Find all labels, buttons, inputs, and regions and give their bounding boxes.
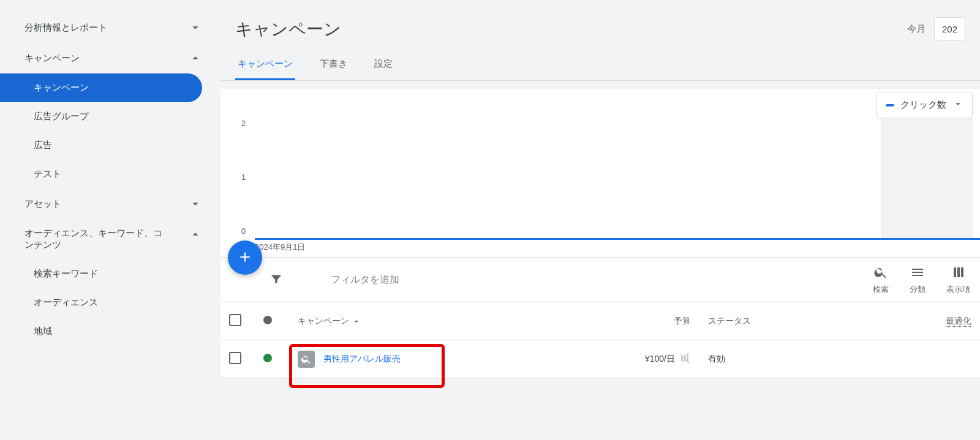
row-status-cell: 有効 xyxy=(699,346,883,372)
table-row: 男性用アパレル販売 ¥100/日 有効 xyxy=(221,340,980,378)
sidebar-item-label: キャンペーン xyxy=(34,82,89,92)
sidebar-item-locations[interactable]: 地域 xyxy=(34,317,221,346)
row-status-dot[interactable] xyxy=(255,346,289,371)
sidebar-group-campaigns[interactable]: キャンペーン xyxy=(0,43,221,73)
tabs-bar: キャンペーン 下書き 設定 xyxy=(221,41,980,81)
row-campaign-cell: 男性用アパレル販売 xyxy=(289,343,540,375)
chart-y-tick: 0 xyxy=(241,226,246,236)
sidebar-group-label: オーディエンス、キーワード、コンテンツ xyxy=(24,228,165,251)
row-select[interactable] xyxy=(221,345,255,373)
header-campaign[interactable]: キャンペーン xyxy=(289,308,540,334)
chart-series-line xyxy=(255,238,980,240)
arrow-down-icon xyxy=(352,316,361,326)
line-chart[interactable]: 0 1 2 2024年9月1日 xyxy=(255,117,980,240)
campaigns-table: キャンペーン 予算 ステータス 最適化 xyxy=(221,302,980,378)
chart-panel: クリック数 0 1 2 2024年9月1日 xyxy=(221,89,980,257)
sidebar-item-search-keywords[interactable]: 検索キーワード xyxy=(34,259,221,288)
sidebar-item-label: 地域 xyxy=(34,326,52,336)
sidebar-group-label: キャンペーン xyxy=(24,53,80,64)
chevron-down-icon xyxy=(189,21,202,34)
sidebar-nav: 分析情報とレポート キャンペーン キャンペーン 広告グループ 広告 テスト xyxy=(0,0,221,440)
chevron-up-icon xyxy=(189,228,202,241)
table-toolbar: フィルタを追加 検索 分類 xyxy=(221,257,980,302)
checkbox[interactable] xyxy=(229,352,241,364)
sidebar-item-ads[interactable]: 広告 xyxy=(34,131,221,160)
budget-value: ¥100/日 xyxy=(645,354,675,365)
tab-label: 下書き xyxy=(320,58,347,69)
main-content: キャンペーン 今月 202 キャンペーン 下書き 設定 クリック数 xyxy=(221,0,980,440)
header-label: 予算 xyxy=(674,316,691,326)
columns-icon xyxy=(951,265,966,282)
tab-label: 設定 xyxy=(374,58,393,69)
row-optimization-cell xyxy=(883,352,980,367)
toolbar-action-label: 検索 xyxy=(873,284,889,295)
sidebar-group-label: 分析情報とレポート xyxy=(24,22,107,34)
header-budget[interactable]: 予算 xyxy=(540,308,699,334)
chevron-down-icon xyxy=(189,197,202,211)
header-label: 最適化 xyxy=(946,316,971,326)
chart-y-tick: 1 xyxy=(241,173,246,182)
metric-label: クリック数 xyxy=(900,99,946,111)
header-status[interactable]: ステータス xyxy=(699,308,883,334)
sidebar-group-label: アセット xyxy=(24,198,61,210)
add-button[interactable] xyxy=(228,241,262,275)
sidebar-item-label: 広告グループ xyxy=(34,111,89,121)
chart-hover-column xyxy=(881,117,973,240)
tab-campaigns[interactable]: キャンペーン xyxy=(235,58,295,80)
toolbar-segment-button[interactable]: 分類 xyxy=(910,265,925,295)
sidebar-group-insights[interactable]: 分析情報とレポート xyxy=(0,12,221,43)
metric-selector[interactable]: クリック数 xyxy=(876,92,973,118)
toolbar-search-button[interactable]: 検索 xyxy=(873,265,889,295)
search-campaign-icon xyxy=(298,351,315,368)
tab-settings[interactable]: 設定 xyxy=(372,58,395,80)
segment-icon xyxy=(910,265,925,282)
sidebar-item-label: テスト xyxy=(34,168,61,179)
sidebar-group-assets[interactable]: アセット xyxy=(0,188,221,219)
tab-drafts[interactable]: 下書き xyxy=(317,58,350,80)
chevron-up-icon xyxy=(189,51,202,65)
header-label: ステータス xyxy=(708,316,751,326)
page-title: キャンペーン xyxy=(235,18,341,41)
sidebar-item-label: 広告 xyxy=(34,140,52,150)
sidebar-group-audiences[interactable]: オーディエンス、キーワード、コンテンツ xyxy=(0,219,221,259)
filter-input[interactable]: フィルタを追加 xyxy=(331,274,399,286)
sidebar-item-audiences[interactable]: オーディエンス xyxy=(34,288,221,317)
header-optimization[interactable]: 最適化 xyxy=(883,308,980,334)
sidebar-item-campaigns[interactable]: キャンペーン xyxy=(0,73,202,102)
checkbox[interactable] xyxy=(229,314,241,326)
status-dot-icon xyxy=(263,316,272,324)
date-range-picker[interactable]: 202 xyxy=(934,17,965,41)
toolbar-action-label: 分類 xyxy=(910,284,925,295)
header-select-all[interactable] xyxy=(221,307,255,335)
row-budget-cell[interactable]: ¥100/日 xyxy=(540,345,699,373)
tab-label: キャンペーン xyxy=(238,58,293,69)
chart-y-tick: 2 xyxy=(241,119,246,128)
status-dot-icon xyxy=(263,354,272,362)
header-label: キャンペーン xyxy=(298,316,349,326)
metric-color-swatch xyxy=(886,104,894,106)
sidebar-item-tests[interactable]: テスト xyxy=(34,160,221,188)
header-status-dot[interactable] xyxy=(255,308,289,334)
chart-disabled-icon xyxy=(679,352,691,366)
date-range-value: 202 xyxy=(942,24,957,34)
plus-icon xyxy=(237,249,253,267)
chart-x-tick: 2024年9月1日 xyxy=(255,242,305,253)
filter-icon[interactable] xyxy=(270,272,283,288)
status-text: 有効 xyxy=(708,354,725,364)
toolbar-columns-button[interactable]: 表示項 xyxy=(946,265,970,295)
date-range-label: 今月 xyxy=(907,23,925,35)
sidebar-item-ad-groups[interactable]: 広告グループ xyxy=(34,102,221,131)
caret-down-icon xyxy=(952,99,963,111)
table-header-row: キャンペーン 予算 ステータス 最適化 xyxy=(221,302,980,340)
toolbar-action-label: 表示項 xyxy=(946,284,970,295)
search-icon xyxy=(873,265,888,282)
campaign-name-link[interactable]: 男性用アパレル販売 xyxy=(323,354,401,365)
sidebar-item-label: 検索キーワード xyxy=(34,268,98,278)
sidebar-item-label: オーディエンス xyxy=(34,297,98,307)
